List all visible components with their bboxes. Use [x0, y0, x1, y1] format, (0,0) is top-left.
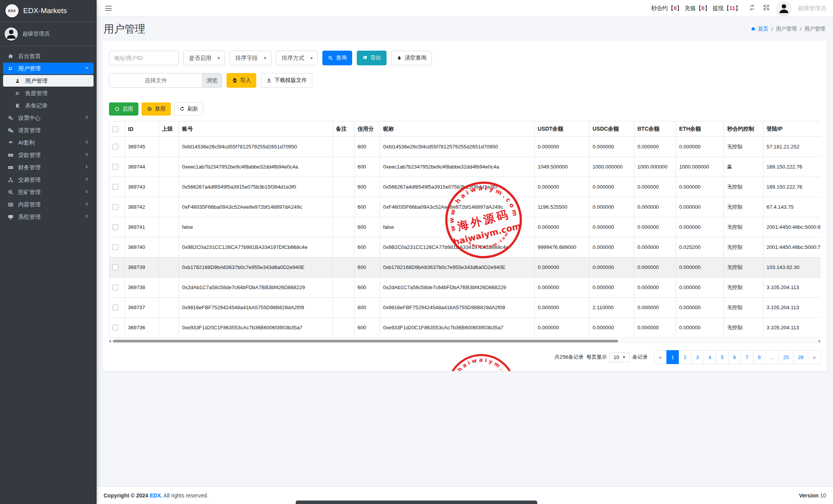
row-select-cell	[109, 217, 125, 237]
search-button[interactable]: 查询	[322, 51, 352, 65]
sidebar-subitem-杀鱼记录[interactable]: 杀鱼记录	[3, 100, 94, 111]
search-input[interactable]	[109, 51, 179, 65]
page-...: ...	[765, 350, 779, 364]
select-all-checkbox[interactable]	[112, 126, 118, 132]
counter-value: 0	[674, 5, 677, 11]
column-header-ID[interactable]: ID	[125, 121, 159, 137]
menu-toggle-icon[interactable]	[104, 3, 113, 13]
navbar-admin-name[interactable]: 超级管理员	[798, 5, 826, 12]
page-6[interactable]: 6	[728, 350, 741, 364]
user-avatar[interactable]	[5, 27, 18, 41]
counter-充值[interactable]: 充值【0】	[685, 5, 710, 12]
cell-note	[333, 157, 354, 177]
column-header-USDC余额[interactable]: USDC余额	[589, 121, 634, 137]
sidebar-subitem-用户管理[interactable]: 用户管理	[3, 75, 94, 87]
cell-credit: 600	[354, 278, 380, 298]
grid-icon	[8, 202, 18, 208]
sidebar-item-系统管理[interactable]: 系统管理	[3, 211, 94, 223]
per-page-select[interactable]: 10 ▼	[610, 352, 630, 362]
import-button[interactable]: 导入	[227, 73, 256, 88]
sidebar-item-label: 财务管理	[18, 164, 85, 171]
enable-button[interactable]: 启用	[109, 102, 138, 116]
refresh-icon[interactable]	[749, 4, 755, 13]
page-1[interactable]: 1	[666, 350, 679, 364]
scroll-right-icon[interactable]	[819, 340, 821, 343]
column-header-上级[interactable]: 上级	[159, 121, 179, 137]
version-value: 10	[820, 492, 826, 499]
fullscreen-icon[interactable]	[763, 4, 770, 13]
cell-ip: 67.4.143.75	[763, 197, 821, 217]
row-checkbox[interactable]	[112, 204, 118, 210]
page-25[interactable]: 25	[778, 350, 794, 364]
scroll-left-icon[interactable]	[109, 340, 111, 343]
page-»[interactable]: »	[808, 350, 821, 364]
cell-ip: 2001:4450:46bc:5000:81cc	[763, 217, 821, 237]
counter-提现[interactable]: 提现【11】	[712, 5, 741, 12]
row-checkbox[interactable]	[112, 144, 118, 150]
row-checkbox[interactable]	[112, 244, 118, 250]
page-3[interactable]: 3	[691, 350, 704, 364]
cell-credit: 600	[354, 197, 380, 217]
sidebar-item-财务管理[interactable]: 0财务管理	[3, 162, 94, 173]
clear-search-button[interactable]: 清空查询	[391, 51, 432, 65]
scrollbar-thumb[interactable]	[113, 340, 618, 342]
sort-field-select[interactable]: 排序字段 ▼	[230, 51, 271, 65]
browse-button[interactable]: 浏览	[202, 73, 221, 87]
sort-order-select[interactable]: 排序方式 ▼	[276, 51, 318, 65]
sidebar-item-用户管理[interactable]: 用户管理	[3, 63, 94, 74]
download-template-button[interactable]: 下载模版文件	[261, 73, 312, 88]
sidebar-item-语言管理[interactable]: Az语言管理	[3, 124, 94, 136]
page-2[interactable]: 2	[679, 350, 692, 364]
sidebar-item-设置中心[interactable]: 设置中心	[3, 112, 94, 124]
file-picker[interactable]: 选择文件 浏览	[109, 73, 222, 88]
horizontal-scrollbar[interactable]	[109, 339, 821, 343]
column-header-BTC余额[interactable]: BTC余额	[634, 121, 676, 137]
page-7[interactable]: 7	[741, 350, 753, 364]
row-checkbox[interactable]	[112, 305, 118, 310]
sidebar-user-name[interactable]: 超级管理员	[22, 31, 49, 37]
brand[interactable]: EDX EDX-Markets	[0, 0, 97, 22]
column-header-账号[interactable]: 账号	[179, 121, 333, 137]
counter-秒合约[interactable]: 秒合约【0】	[651, 5, 683, 12]
chevron-left-icon	[85, 140, 89, 145]
row-checkbox[interactable]	[112, 164, 118, 170]
column-header-信用分[interactable]: 信用分	[354, 121, 380, 137]
file-input-label[interactable]: 选择文件	[109, 73, 202, 87]
page-26[interactable]: 26	[793, 350, 808, 364]
sidebar-item-AI套利[interactable]: AI套利	[3, 137, 94, 148]
row-checkbox[interactable]	[112, 184, 118, 190]
page-5[interactable]: 5	[716, 350, 729, 364]
column-header-USDT余额[interactable]: USDT余额	[535, 121, 589, 137]
row-checkbox[interactable]	[112, 325, 118, 330]
column-header-登陆IP[interactable]: 登陆IP	[763, 121, 821, 137]
disable-button[interactable]: 禁用	[141, 102, 171, 116]
row-checkbox[interactable]	[112, 264, 118, 270]
sidebar-item-贷款管理[interactable]: 0贷款管理	[3, 149, 94, 161]
row-checkbox[interactable]	[112, 224, 118, 230]
navbar-avatar[interactable]	[777, 2, 790, 15]
row-checkbox[interactable]	[112, 284, 118, 290]
export-button[interactable]: 导出	[357, 51, 387, 65]
breadcrumb-item-首页[interactable]: 首页	[751, 26, 768, 32]
sidebar-subitem-鱼苗管理[interactable]: 鱼苗管理	[3, 87, 94, 99]
page-8[interactable]: 8	[753, 350, 766, 364]
refresh-table-button[interactable]: 刷新	[174, 102, 203, 116]
chevron-left-icon	[85, 202, 89, 207]
sidebar-item-挖矿管理[interactable]: 挖矿管理	[3, 186, 94, 198]
sidebar-item-内容管理[interactable]: 内容管理	[3, 199, 94, 210]
column-header-备注[interactable]: 备注	[333, 121, 354, 137]
bulk-actions-row: 启用 禁用 刷新	[109, 102, 821, 116]
robot-icon	[8, 140, 18, 146]
page-«[interactable]: «	[654, 350, 667, 364]
sidebar-item-交易管理[interactable]: 交易管理	[3, 174, 94, 186]
page-4[interactable]: 4	[704, 350, 716, 364]
column-header-ETH余额[interactable]: ETH余额	[676, 121, 724, 137]
footer-brand-link[interactable]: EDX.	[150, 492, 162, 499]
column-header-昵称[interactable]: 昵称	[380, 121, 535, 137]
cell-control: 无控制	[724, 298, 763, 318]
sidebar-item-后台首页[interactable]: 后台首页	[3, 50, 94, 62]
enable-select[interactable]: 是否启用 ▼	[183, 51, 225, 65]
column-header-秒合约控制[interactable]: 秒合约控制	[724, 121, 763, 137]
cell-btc: 0.000000	[634, 177, 676, 197]
droplet-icon	[397, 55, 402, 61]
